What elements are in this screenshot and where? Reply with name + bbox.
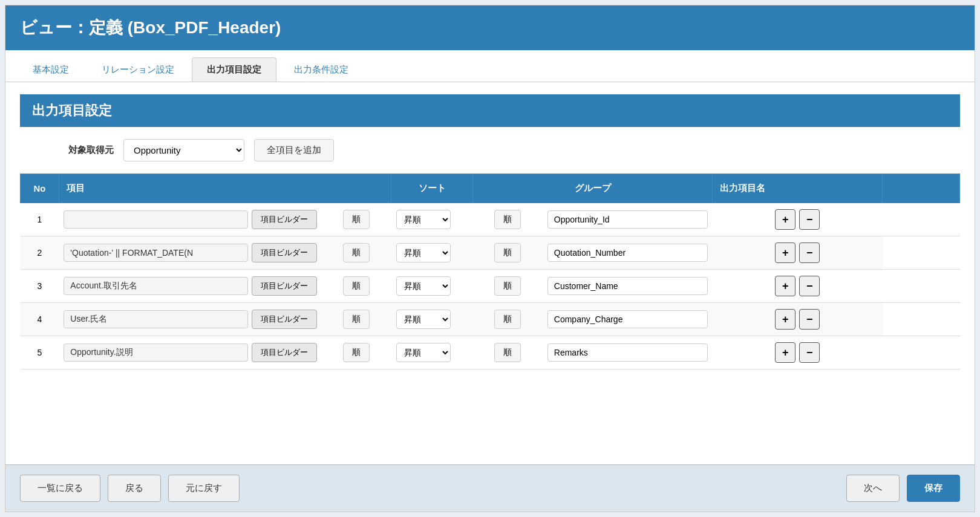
page-title: ビュー：定義 (Box_PDF_Header) [20, 16, 960, 39]
output-input-3[interactable] [547, 277, 708, 295]
builder-btn-5[interactable]: 項目ビルダー [252, 343, 317, 362]
cell-field-4: 項目ビルダー [59, 303, 321, 336]
cell-no-2: 2 [21, 236, 59, 270]
tab-basic[interactable]: 基本設定 [18, 57, 84, 82]
cell-sort-2: 順 [322, 236, 391, 270]
builder-btn-4[interactable]: 項目ビルダー [252, 310, 317, 329]
cell-actions-5: + − [713, 336, 883, 369]
save-button[interactable]: 保存 [907, 475, 960, 502]
cell-no-1: 1 [21, 203, 59, 236]
table-row: 5 項目ビルダー 順 昇順 降順 順 [21, 336, 960, 369]
field-input-5[interactable] [64, 343, 247, 362]
footer-bar: 一覧に戻る 戻る 元に戻す 次へ 保存 [5, 464, 975, 512]
header-output-name: 出力項目名 [713, 174, 883, 203]
sort-btn-3[interactable]: 順 [343, 276, 370, 296]
cell-sort-5: 順 [322, 336, 391, 369]
cell-group-order-3: 順 [473, 270, 543, 303]
add-row-btn-1[interactable]: + [775, 209, 795, 230]
cell-group-1: 昇順 降順 [391, 203, 473, 236]
source-label: 対象取得元 [68, 145, 114, 156]
back-button[interactable]: 戻る [108, 475, 161, 502]
cell-output-4 [543, 303, 713, 336]
header-actions [883, 174, 960, 203]
header-sort: ソート [391, 174, 473, 203]
header-item: 項目 [59, 174, 391, 203]
footer-left: 一覧に戻る 戻る 元に戻す [20, 475, 240, 502]
tab-output-items[interactable]: 出力項目設定 [192, 57, 276, 82]
sort-btn-5[interactable]: 順 [343, 343, 370, 362]
builder-btn-1[interactable]: 項目ビルダー [252, 210, 317, 229]
cell-group-order-4: 順 [473, 303, 543, 336]
group-order-btn-5[interactable]: 順 [494, 343, 521, 362]
group-order-btn-1[interactable]: 順 [494, 210, 521, 229]
reset-button[interactable]: 元に戻す [168, 475, 240, 502]
cell-group-3: 昇順 降順 [391, 270, 473, 303]
remove-row-btn-5[interactable]: − [799, 342, 820, 363]
sort-btn-4[interactable]: 順 [343, 310, 370, 329]
cell-group-2: 昇順 降順 [391, 236, 473, 270]
table-row: 3 項目ビルダー 順 昇順 降順 順 [21, 270, 960, 303]
add-row-btn-2[interactable]: + [775, 242, 795, 263]
items-table: No 項目 ソート グループ 出力項目名 1 項目ビルダー 順 [20, 174, 960, 369]
cell-no-5: 5 [21, 336, 59, 369]
cell-field-3: 項目ビルダー [59, 270, 321, 303]
group-order-btn-4[interactable]: 順 [494, 310, 521, 329]
cell-group-order-2: 順 [473, 236, 543, 270]
cell-group-order-5: 順 [473, 336, 543, 369]
group-select-3[interactable]: 昇順 降順 [396, 276, 451, 296]
tab-output-conditions[interactable]: 出力条件設定 [279, 57, 364, 82]
tab-relation[interactable]: リレーション設定 [87, 57, 189, 82]
field-input-2[interactable] [64, 244, 247, 262]
remove-row-btn-2[interactable]: − [799, 242, 820, 263]
next-button[interactable]: 次へ [846, 475, 900, 502]
back-list-button[interactable]: 一覧に戻る [20, 475, 100, 502]
group-select-5[interactable]: 昇順 降順 [396, 343, 451, 362]
output-input-5[interactable] [547, 343, 708, 362]
field-input-1[interactable] [64, 210, 247, 229]
group-select-2[interactable]: 昇順 降順 [396, 243, 451, 262]
builder-btn-2[interactable]: 項目ビルダー [252, 243, 317, 262]
content-area: 出力項目設定 対象取得元 Opportunity Account User 全項… [5, 82, 975, 464]
builder-btn-3[interactable]: 項目ビルダー [252, 276, 317, 296]
footer-right: 次へ 保存 [846, 475, 960, 502]
cell-group-order-1: 順 [473, 203, 543, 236]
output-input-2[interactable] [547, 244, 708, 262]
group-order-btn-2[interactable]: 順 [494, 243, 521, 262]
cell-sort-4: 順 [322, 303, 391, 336]
cell-actions-4: + − [713, 303, 883, 336]
main-container: ビュー：定義 (Box_PDF_Header) 基本設定 リレーション設定 出力… [5, 5, 975, 512]
table-row: 2 項目ビルダー 順 昇順 降順 順 [21, 236, 960, 270]
group-select-1[interactable]: 昇順 降順 [396, 210, 451, 229]
add-row-btn-5[interactable]: + [775, 342, 795, 363]
output-input-4[interactable] [547, 310, 708, 328]
header-group: グループ [473, 174, 713, 203]
remove-row-btn-3[interactable]: − [799, 276, 820, 296]
cell-output-3 [543, 270, 713, 303]
add-row-btn-4[interactable]: + [775, 309, 795, 330]
cell-sort-3: 順 [322, 270, 391, 303]
cell-field-2: 項目ビルダー [59, 236, 321, 270]
cell-actions-2: + − [713, 236, 883, 270]
field-input-4[interactable] [64, 310, 247, 328]
cell-group-5: 昇順 降順 [391, 336, 473, 369]
group-order-btn-3[interactable]: 順 [494, 276, 521, 296]
add-row-btn-3[interactable]: + [775, 276, 795, 296]
remove-row-btn-1[interactable]: − [799, 209, 820, 230]
sort-btn-2[interactable]: 順 [343, 243, 370, 262]
cell-field-5: 項目ビルダー [59, 336, 321, 369]
cell-output-1 [543, 203, 713, 236]
title-bar: ビュー：定義 (Box_PDF_Header) [5, 5, 975, 50]
source-select[interactable]: Opportunity Account User [123, 139, 244, 161]
sort-btn-1[interactable]: 順 [343, 210, 370, 229]
tabs-bar: 基本設定 リレーション設定 出力項目設定 出力条件設定 [5, 50, 975, 82]
cell-no-3: 3 [21, 270, 59, 303]
table-row: 1 項目ビルダー 順 昇順 降順 順 [21, 203, 960, 236]
group-select-4[interactable]: 昇順 降順 [396, 310, 451, 329]
remove-row-btn-4[interactable]: − [799, 309, 820, 330]
cell-output-2 [543, 236, 713, 270]
cell-group-4: 昇順 降順 [391, 303, 473, 336]
cell-output-5 [543, 336, 713, 369]
field-input-3[interactable] [64, 277, 247, 295]
add-all-button[interactable]: 全項目を追加 [254, 139, 334, 161]
output-input-1[interactable] [547, 210, 708, 229]
